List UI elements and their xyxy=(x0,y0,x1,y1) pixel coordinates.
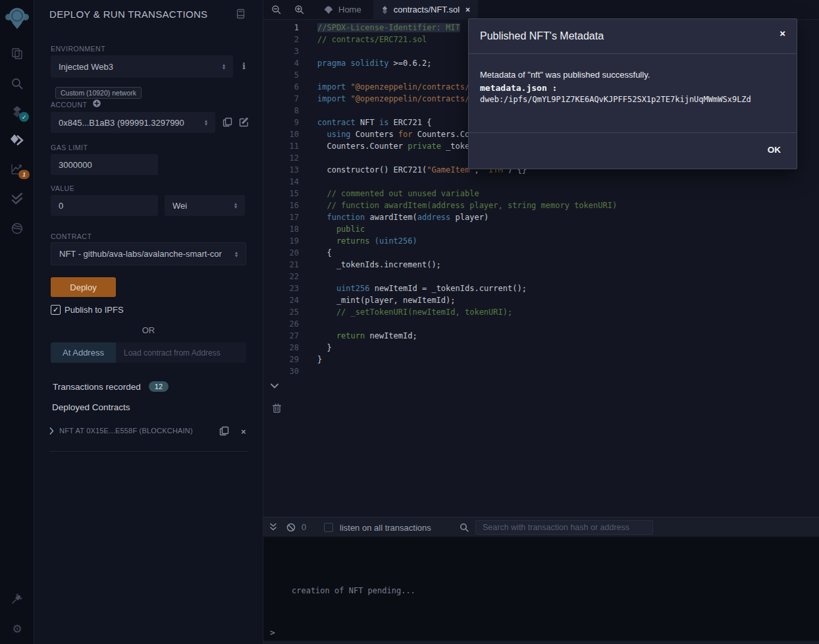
line-number: 30 xyxy=(263,365,307,377)
modal-body: Metadata of "nft" was published successf… xyxy=(469,54,797,134)
line-number: 11 xyxy=(263,140,307,152)
line-number: 15 xyxy=(263,188,307,200)
code-line[interactable]: } xyxy=(317,342,819,354)
code-line[interactable]: // function awardItem(address player, st… xyxy=(317,200,819,211)
code-line[interactable]: return newItemId; xyxy=(317,330,819,342)
expand-caret-icon[interactable] xyxy=(49,427,54,435)
compile-success-badge: ✓ xyxy=(19,112,29,122)
tab-home-label: Home xyxy=(338,5,361,14)
listen-transactions-checkbox[interactable] xyxy=(324,523,333,532)
contract-select[interactable]: NFT - github/ava-labs/avalanche-smart-co… xyxy=(51,242,246,265)
code-line[interactable]: _tokenIds.increment(); xyxy=(317,259,819,271)
line-number: 24 xyxy=(263,294,307,306)
transactions-count-badge: 12 xyxy=(149,381,169,392)
code-line[interactable] xyxy=(317,365,819,377)
transactions-recorded-row[interactable]: Transactions recorded 12 xyxy=(53,381,169,392)
line-number: 20 xyxy=(263,247,307,259)
code-line[interactable]: { xyxy=(317,247,819,259)
line-number: 13 xyxy=(263,164,307,176)
code-line[interactable]: _mint(player, newItemId); xyxy=(317,294,819,306)
terminal-collapse-icon[interactable] xyxy=(269,523,277,531)
line-number: 19 xyxy=(263,235,307,247)
copy-contract-address-icon[interactable] xyxy=(219,426,229,436)
line-number: 6 xyxy=(263,81,307,93)
solidity-compiler-icon[interactable]: ✓ xyxy=(0,99,34,124)
plugin-manager-icon[interactable] xyxy=(0,586,34,611)
plugin-icon-bar: ✓ 1 ⚙ xyxy=(0,0,34,644)
terminal-panel: 0 listen on all transactions creation of… xyxy=(263,517,819,644)
line-number: 7 xyxy=(263,93,307,105)
line-number: 28 xyxy=(263,342,307,354)
environment-select[interactable]: Injected Web3 ▴▾ xyxy=(51,55,233,78)
code-line[interactable] xyxy=(317,318,819,330)
remix-logo[interactable] xyxy=(0,4,34,33)
tab-home[interactable]: Home xyxy=(316,0,369,20)
terminal-prompt[interactable]: > xyxy=(270,628,275,637)
line-number: 12 xyxy=(263,152,307,164)
contract-value: NFT - github/ava-labs/avalanche-smart-co… xyxy=(59,249,234,259)
plugin-sphere-icon[interactable] xyxy=(0,216,34,241)
analysis-count-badge: 1 xyxy=(18,170,30,179)
publish-ipfs-label[interactable]: Publish to IPFS xyxy=(65,305,124,315)
select-arrows-icon: ▴▾ xyxy=(205,119,207,126)
code-line[interactable]: public xyxy=(317,223,819,235)
line-number: 2 xyxy=(263,34,307,45)
panel-title: DEPLOY & RUN TRANSACTIONS xyxy=(49,9,207,20)
tab-nft-sol[interactable]: contracts/NFT.sol × xyxy=(373,0,478,20)
terminal-toolbar: 0 listen on all transactions xyxy=(263,517,819,537)
published-metadata-modal: Published NFT's Metadata × Metadata of "… xyxy=(468,18,797,169)
chevron-down-icon[interactable] xyxy=(271,383,278,389)
search-icon[interactable] xyxy=(0,71,34,96)
listen-transactions-label[interactable]: listen on all transactions xyxy=(340,523,431,533)
clear-deployed-trash-icon[interactable] xyxy=(273,403,281,413)
file-explorer-icon[interactable] xyxy=(0,41,34,66)
code-line[interactable] xyxy=(317,271,819,282)
documentation-icon[interactable] xyxy=(236,9,246,19)
select-arrows-icon: ▴▾ xyxy=(234,202,237,209)
code-line[interactable]: } xyxy=(317,354,819,365)
code-line[interactable]: returns (uint256) xyxy=(317,235,819,247)
account-select[interactable]: 0x845...B1aB3 (999991.3297990 ▴▾ xyxy=(51,112,215,133)
close-tab-icon[interactable]: × xyxy=(465,5,470,14)
deployed-contract-item[interactable]: NFT AT 0X15E...E558F (BLOCKCHAIN) xyxy=(49,427,193,435)
gas-limit-input[interactable] xyxy=(51,154,158,175)
code-line[interactable]: uint256 newItemId = _tokenIds.current(); xyxy=(317,282,819,294)
line-number: 27 xyxy=(263,330,307,342)
copy-account-icon[interactable] xyxy=(223,117,232,127)
edit-account-icon[interactable] xyxy=(239,117,249,127)
line-number: 16 xyxy=(263,200,307,211)
remove-contract-icon[interactable]: × xyxy=(241,427,246,437)
zoom-out-icon[interactable] xyxy=(271,5,281,14)
modal-message: Metadata of "nft" was published successf… xyxy=(480,70,785,80)
pending-tx-count: 0 xyxy=(302,522,306,532)
terminal-search-input[interactable] xyxy=(475,520,653,535)
account-value: 0x845...B1aB3 (999991.3297990 xyxy=(59,118,201,128)
transactions-recorded-label: Transactions recorded xyxy=(53,382,141,392)
terminal-search-icon xyxy=(460,523,469,532)
line-number: 1 xyxy=(263,22,307,34)
line-number: 26 xyxy=(263,318,307,330)
line-number: 14 xyxy=(263,176,307,188)
modal-ok-button[interactable]: OK xyxy=(768,145,781,155)
code-line[interactable]: // _setTokenURI(newItemId, tokenURI); xyxy=(317,306,819,318)
analysis-icon[interactable]: 1 xyxy=(0,157,34,182)
modal-close-icon[interactable]: × xyxy=(779,28,785,39)
publish-ipfs-checkbox[interactable]: ✓ xyxy=(51,305,61,315)
unit-testing-icon[interactable] xyxy=(0,186,34,211)
deploy-run-icon[interactable] xyxy=(0,128,34,153)
add-account-icon[interactable] xyxy=(92,99,101,108)
settings-gear-icon[interactable]: ⚙ xyxy=(0,616,34,641)
line-number: 9 xyxy=(263,117,307,128)
value-input[interactable] xyxy=(51,195,158,216)
environment-info-icon[interactable]: i xyxy=(242,61,246,71)
zoom-in-icon[interactable] xyxy=(294,5,304,14)
line-number: 8 xyxy=(263,105,307,117)
code-line[interactable]: function awardItem(address player) xyxy=(317,211,819,223)
code-line[interactable]: // commented out unused variable xyxy=(317,188,819,200)
clear-console-icon[interactable] xyxy=(286,523,296,532)
code-line[interactable] xyxy=(317,176,819,188)
at-address-input[interactable] xyxy=(116,342,246,363)
deploy-button[interactable]: Deploy xyxy=(51,277,116,297)
at-address-button[interactable]: At Address xyxy=(51,342,116,363)
value-unit-select[interactable]: Wei ▴▾ xyxy=(165,195,245,216)
